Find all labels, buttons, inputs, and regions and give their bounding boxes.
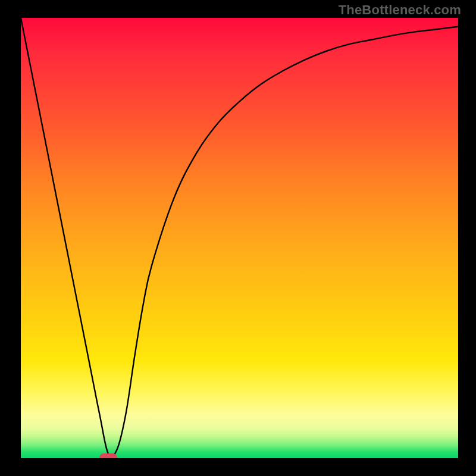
watermark-text: TheBottleneck.com	[339, 2, 461, 18]
bottleneck-curve	[21, 18, 458, 458]
plot-area	[21, 18, 458, 458]
optimal-point-marker	[99, 453, 117, 458]
chart-frame: TheBottleneck.com	[0, 0, 476, 476]
